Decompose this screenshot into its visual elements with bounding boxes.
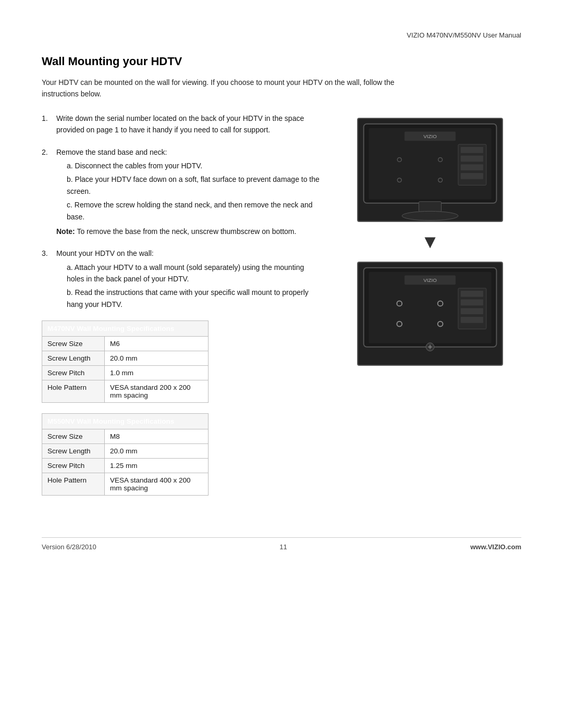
step-2-header: 2. Remove the stand base and neck: — [42, 146, 323, 158]
m550-table-header-row: M550NV Wall Mounting Specifications — [42, 414, 209, 429]
tv-svg-top: VIZIO — [358, 119, 502, 221]
step-1-header: 1. Write down the serial number located … — [42, 113, 323, 136]
svg-text:VIZIO: VIZIO — [423, 277, 437, 283]
svg-rect-22 — [461, 308, 483, 314]
svg-rect-6 — [461, 155, 483, 162]
step-3: 3. Mount your HDTV on the wall: Attach y… — [42, 248, 323, 310]
m550-screw-size-label: Screw Size — [42, 429, 105, 444]
m470-spec-table: M470NV Wall Mounting Specifications Scre… — [42, 320, 209, 403]
m550-spec-table: M550NV Wall Mounting Specifications Scre… — [42, 413, 209, 496]
m470-screw-pitch-value: 1.0 mm — [105, 366, 209, 380]
m550-hole-pattern-label: Hole Pattern — [42, 473, 105, 496]
footer-version: Version 6/28/2010 — [42, 543, 96, 551]
m550-row-screw-pitch: Screw Pitch 1.25 mm — [42, 459, 209, 473]
svg-rect-20 — [461, 291, 483, 297]
m470-screw-size-label: Screw Size — [42, 337, 105, 351]
m550-screw-size-value: M8 — [105, 429, 209, 444]
m550-row-hole-pattern: Hole Pattern VESA standard 400 x 200 mm … — [42, 473, 209, 496]
intro-text: Your HDTV can be mounted on the wall for… — [42, 77, 407, 100]
m470-row-screw-size: Screw Size M6 — [42, 337, 209, 351]
footer-page-number: 11 — [279, 543, 287, 551]
step-3a: Attach your HDTV to a wall mount (sold s… — [67, 262, 323, 285]
step-2-substeps: Disconnect the cables from your HDTV. Pl… — [67, 160, 323, 223]
step-2: 2. Remove the stand base and neck: Disco… — [42, 146, 323, 238]
down-arrow: ▼ — [421, 232, 439, 251]
m470-hole-pattern-label: Hole Pattern — [42, 380, 105, 403]
tv-image-bottom: VIZIO — [357, 262, 503, 366]
m470-screw-length-label: Screw Length — [42, 351, 105, 366]
svg-rect-8 — [461, 173, 483, 179]
step-3b: Read the instructions that came with you… — [67, 287, 323, 310]
m550-screw-length-label: Screw Length — [42, 444, 105, 459]
m470-table-header-row: M470NV Wall Mounting Specifications — [42, 321, 209, 337]
m470-row-screw-pitch: Screw Pitch 1.0 mm — [42, 366, 209, 380]
header-title: VIZIO M470NV/M550NV User Manual — [407, 31, 521, 39]
step-2-body: Disconnect the cables from your HDTV. Pl… — [56, 160, 323, 237]
content-area: 1. Write down the serial number located … — [42, 113, 521, 506]
svg-rect-7 — [461, 164, 483, 170]
step-2-num: 2. — [42, 146, 52, 158]
m470-row-hole-pattern: Hole Pattern VESA standard 200 x 200 mm … — [42, 380, 209, 403]
section-title: Wall Mounting your HDTV — [42, 55, 521, 68]
m550-screw-length-value: 20.0 mm — [105, 444, 209, 459]
tv-image-top: VIZIO — [357, 118, 503, 222]
step-1: 1. Write down the serial number located … — [42, 113, 323, 136]
note-content: To remove the base from the neck, unscre… — [77, 227, 296, 236]
m470-screw-length-value: 20.0 mm — [105, 351, 209, 366]
svg-rect-5 — [461, 147, 483, 153]
m470-row-screw-length: Screw Length 20.0 mm — [42, 351, 209, 366]
page-header: VIZIO M470NV/M550NV User Manual — [42, 31, 521, 39]
m550-row-screw-length: Screw Length 20.0 mm — [42, 444, 209, 459]
m470-table-header: M470NV Wall Mounting Specifications — [42, 321, 209, 337]
footer: Version 6/28/2010 11 www.VIZIO.com — [42, 537, 521, 551]
page-container: VIZIO M470NV/M550NV User Manual Wall Mou… — [0, 0, 563, 728]
step-3-text: Mount your HDTV on the wall: — [56, 248, 154, 259]
right-column: VIZIO — [339, 113, 521, 506]
m550-hole-pattern-value: VESA standard 400 x 200 mm spacing — [105, 473, 209, 496]
step-2-note: Note: To remove the base from the neck, … — [56, 226, 323, 237]
m470-hole-pattern-value: VESA standard 200 x 200 mm spacing — [105, 380, 209, 403]
svg-point-14 — [402, 211, 458, 220]
m550-screw-pitch-label: Screw Pitch — [42, 459, 105, 473]
m550-screw-pitch-value: 1.25 mm — [105, 459, 209, 473]
step-2b: Place your HDTV face down on a soft, fla… — [67, 174, 323, 197]
left-column: 1. Write down the serial number located … — [42, 113, 323, 506]
step-3-header: 3. Mount your HDTV on the wall: — [42, 248, 323, 259]
step-2-text: Remove the stand base and neck: — [56, 146, 167, 158]
step-1-num: 1. — [42, 113, 52, 136]
tv-svg-bottom: VIZIO — [358, 263, 502, 365]
svg-rect-23 — [461, 317, 483, 323]
svg-rect-13 — [419, 202, 441, 212]
note-label: Note: — [56, 227, 75, 236]
step-2a: Disconnect the cables from your HDTV. — [67, 160, 323, 171]
step-3-body: Attach your HDTV to a wall mount (sold s… — [56, 262, 323, 311]
m550-row-screw-size: Screw Size M8 — [42, 429, 209, 444]
step-3-num: 3. — [42, 248, 52, 259]
step-3-substeps: Attach your HDTV to a wall mount (sold s… — [67, 262, 323, 311]
svg-text:VIZIO: VIZIO — [423, 133, 437, 139]
step-1-text: Write down the serial number located on … — [56, 113, 323, 136]
m550-table-header: M550NV Wall Mounting Specifications — [42, 414, 209, 429]
footer-website: www.VIZIO.com — [470, 543, 521, 551]
svg-rect-21 — [461, 299, 483, 305]
m470-screw-size-value: M6 — [105, 337, 209, 351]
m470-screw-pitch-label: Screw Pitch — [42, 366, 105, 380]
step-2c: Remove the screw holding the stand neck,… — [67, 199, 323, 223]
